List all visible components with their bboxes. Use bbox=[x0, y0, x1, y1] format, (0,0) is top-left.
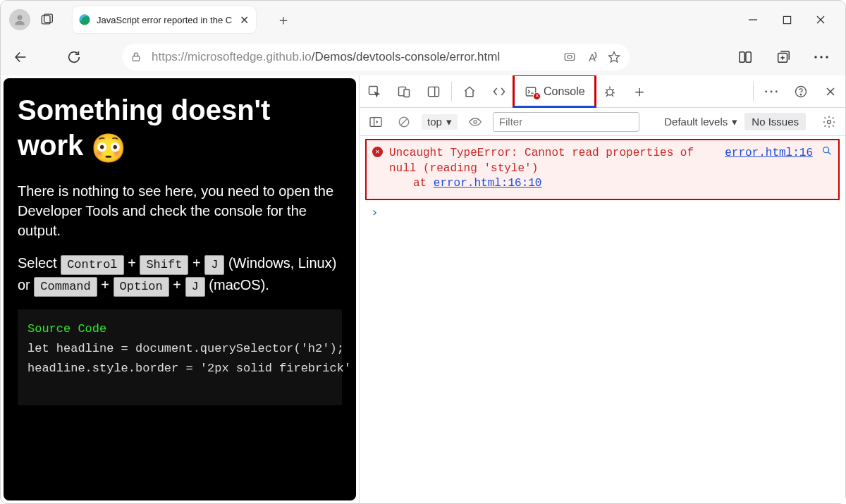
clear-console-icon[interactable] bbox=[393, 112, 415, 132]
kbd-j: J bbox=[204, 255, 224, 275]
svg-rect-9 bbox=[133, 56, 139, 61]
url-text: https://microsoftedge.github.io/Demos/de… bbox=[152, 50, 555, 64]
devtools-tabbar: ✕ Console ＋ bbox=[360, 75, 845, 108]
inspect-element-icon[interactable] bbox=[360, 75, 389, 107]
issues-badge[interactable]: No Issues bbox=[744, 113, 806, 130]
svg-point-20 bbox=[826, 56, 828, 58]
source-code-block: Source Code let headline = document.quer… bbox=[18, 309, 342, 405]
error-stack-link[interactable]: error.html:16:10 bbox=[434, 177, 542, 190]
console-toolbar: top ▾ Default levels ▾ No Issues bbox=[360, 108, 845, 136]
devtools-more-icon[interactable] bbox=[756, 75, 786, 107]
page-paragraph-2: Select Control + Shift + J (Windows, Lin… bbox=[18, 253, 342, 297]
svg-rect-5 bbox=[783, 16, 790, 23]
kbd-j-2: J bbox=[185, 277, 205, 297]
code-line-2: headline.style.border = '2px solid fireb… bbox=[27, 359, 332, 379]
chevron-down-icon: ▾ bbox=[446, 116, 452, 128]
close-window-button[interactable] bbox=[811, 11, 830, 29]
collections-icon[interactable] bbox=[771, 44, 796, 70]
profile-avatar[interactable] bbox=[9, 9, 30, 30]
tab-actions-icon[interactable] bbox=[35, 8, 59, 32]
log-levels-selector[interactable]: Default levels ▾ bbox=[664, 116, 737, 128]
svg-point-37 bbox=[771, 90, 773, 92]
svg-marker-12 bbox=[609, 52, 620, 63]
svg-point-0 bbox=[18, 15, 23, 20]
svg-rect-24 bbox=[429, 87, 439, 96]
console-icon: ✕ bbox=[524, 85, 538, 98]
tab-title: JavaScript error reported in the C bbox=[97, 15, 232, 25]
svg-line-46 bbox=[401, 118, 407, 125]
context-selector[interactable]: top ▾ bbox=[422, 114, 458, 130]
console-tab[interactable]: ✕ Console bbox=[514, 75, 595, 107]
devtools-help-icon[interactable] bbox=[786, 75, 816, 107]
device-toggle-icon[interactable] bbox=[389, 75, 419, 107]
read-aloud-icon[interactable]: A)) bbox=[589, 51, 596, 63]
svg-point-48 bbox=[828, 120, 831, 123]
svg-rect-11 bbox=[568, 56, 572, 59]
new-tab-button[interactable]: ＋ bbox=[271, 8, 295, 32]
error-search-icon[interactable] bbox=[821, 145, 833, 156]
tab-close-button[interactable]: ✕ bbox=[238, 13, 250, 27]
kbd-command: Command bbox=[34, 277, 97, 297]
svg-line-35 bbox=[611, 94, 613, 97]
svg-line-31 bbox=[612, 89, 614, 90]
console-settings-icon[interactable] bbox=[819, 112, 840, 132]
svg-rect-10 bbox=[565, 54, 575, 61]
kbd-control: Control bbox=[61, 255, 123, 275]
browser-tab[interactable]: JavaScript error reported in the C ✕ bbox=[73, 6, 256, 33]
elements-tab-icon[interactable] bbox=[484, 75, 514, 107]
more-tabs-button[interactable]: ＋ bbox=[625, 75, 654, 107]
svg-point-47 bbox=[474, 120, 477, 123]
context-label: top bbox=[427, 116, 442, 128]
svg-line-30 bbox=[606, 89, 608, 90]
code-line-1: let headline = document.querySelector('h… bbox=[27, 339, 332, 359]
svg-line-50 bbox=[828, 152, 831, 155]
devtools-close-icon[interactable] bbox=[816, 75, 845, 107]
console-tab-label: Console bbox=[544, 85, 585, 98]
favorite-star-icon[interactable] bbox=[607, 50, 621, 64]
sources-bug-icon[interactable] bbox=[595, 75, 625, 107]
console-error-entry[interactable]: ✕ Uncaught TypeError: Cannot read proper… bbox=[365, 139, 840, 200]
page-heading: Something doesn't work 😳 bbox=[18, 92, 342, 166]
svg-rect-23 bbox=[404, 89, 410, 97]
kbd-shift: Shift bbox=[140, 255, 188, 275]
page-paragraph-1: There is nothing to see here, you need t… bbox=[18, 181, 342, 240]
svg-point-19 bbox=[820, 56, 822, 58]
dock-side-icon[interactable] bbox=[419, 75, 448, 107]
emoji-flushed: 😳 bbox=[91, 133, 126, 164]
devtools-panel: ✕ Console ＋ top bbox=[359, 75, 845, 503]
live-expression-icon[interactable] bbox=[465, 112, 486, 132]
refresh-button[interactable] bbox=[60, 43, 88, 71]
welcome-tab-icon[interactable] bbox=[455, 75, 484, 107]
more-menu-icon[interactable] bbox=[809, 44, 834, 70]
toggle-sidebar-icon[interactable] bbox=[365, 112, 386, 132]
app-mode-icon[interactable] bbox=[563, 51, 576, 63]
maximize-button[interactable] bbox=[778, 11, 796, 29]
error-source-link[interactable]: error.html:16 bbox=[725, 146, 813, 161]
source-code-label: Source Code bbox=[27, 319, 332, 339]
levels-label: Default levels bbox=[664, 116, 728, 128]
back-button[interactable] bbox=[6, 43, 35, 71]
console-output: ✕ Uncaught TypeError: Cannot read proper… bbox=[360, 136, 845, 503]
kbd-option: Option bbox=[114, 277, 169, 297]
svg-rect-43 bbox=[370, 117, 381, 126]
lock-icon bbox=[130, 51, 142, 63]
split-screen-icon[interactable] bbox=[732, 44, 758, 70]
chevron-down-icon: ▾ bbox=[732, 116, 737, 128]
svg-rect-13 bbox=[740, 52, 744, 63]
console-filter-input[interactable] bbox=[493, 112, 639, 132]
svg-line-34 bbox=[606, 94, 608, 97]
address-bar[interactable]: https://microsoftedge.github.io/Demos/de… bbox=[122, 44, 630, 70]
browser-titlebar: JavaScript error reported in the C ✕ ＋ bbox=[1, 1, 845, 39]
svg-point-38 bbox=[776, 90, 778, 92]
svg-point-36 bbox=[765, 90, 767, 92]
error-message: Uncaught TypeError: Cannot read properti… bbox=[389, 146, 710, 176]
edge-favicon bbox=[78, 13, 91, 26]
page-content: Something doesn't work 😳 There is nothin… bbox=[4, 78, 356, 500]
error-badge-icon: ✕ bbox=[372, 147, 383, 157]
console-prompt-chevron-icon[interactable]: › bbox=[371, 204, 840, 219]
minimize-button[interactable] bbox=[744, 11, 762, 29]
svg-point-49 bbox=[823, 147, 829, 153]
svg-point-40 bbox=[800, 94, 802, 95]
svg-rect-14 bbox=[746, 52, 751, 63]
address-bar-row: https://microsoftedge.github.io/Demos/de… bbox=[1, 39, 845, 75]
